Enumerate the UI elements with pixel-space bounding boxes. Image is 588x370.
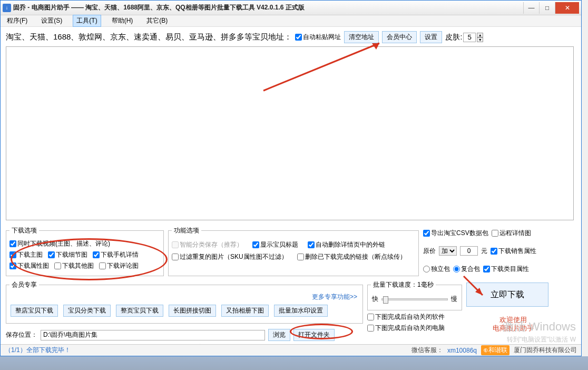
btn-youpai[interactable]: 又拍相册下图	[221, 305, 269, 317]
windows-watermark2: 转到"电脑设置"以激活 W	[507, 335, 576, 344]
menu-other[interactable]: 其它(B)	[143, 15, 171, 26]
chk-mobile[interactable]: 下载手机详情	[93, 250, 139, 259]
skin-up[interactable]: ▲	[477, 33, 483, 37]
chk-other[interactable]: 下载其他图	[54, 261, 94, 270]
chk-attr[interactable]: 下载属性图	[9, 261, 49, 270]
menu-settings[interactable]: 设置(S)	[38, 15, 65, 26]
function-options-group: 功能选项 智能分类保存（推荐） 显示宝贝标题 自动删除详情页中的外链 过滤重复的…	[168, 226, 419, 276]
chk-detail[interactable]: 下载细节图	[48, 250, 87, 259]
wechat-label: 微信客服：	[411, 346, 443, 355]
btn-whole-page[interactable]: 整页宝贝下载	[116, 305, 163, 317]
app-icon: ↓	[3, 4, 11, 12]
btn-whole-shop[interactable]: 整店宝贝下载	[11, 305, 58, 317]
chk-cat-attr[interactable]: 下载类目属性	[483, 265, 529, 274]
chk-remote[interactable]: 远程详情图	[492, 229, 531, 238]
browse-button[interactable]: 浏览	[268, 329, 290, 341]
window-title: 固乔 - 电商图片助手 —— 淘宝、天猫、1688阿里、京东、QQ相册等图片批量…	[13, 3, 523, 12]
speed-fast: 快	[372, 295, 378, 304]
price-op-select[interactable]: 加	[439, 246, 457, 256]
chk-close-pc[interactable]: 下图完成后自动关闭电脑	[367, 324, 462, 333]
menu-help[interactable]: 帮助(H)	[109, 15, 136, 26]
minimize-button[interactable]: —	[523, 2, 539, 14]
corp-name: 厦门固乔科技有限公司	[514, 346, 577, 355]
auto-paste-checkbox[interactable]: 自动粘贴网址	[295, 33, 341, 42]
chk-title[interactable]: 显示宝贝标题	[252, 240, 298, 249]
price-input[interactable]	[460, 246, 478, 256]
chk-close-soft[interactable]: 下图完成后自动关闭软件	[367, 313, 462, 322]
menu-program[interactable]: 程序(F)	[4, 15, 31, 26]
url-textarea[interactable]	[6, 46, 574, 220]
chk-comment[interactable]: 下载评论图	[99, 261, 139, 270]
maximize-button[interactable]: □	[539, 2, 555, 14]
member-group: 会员专享 更多专享功能>> 整店宝贝下载 宝贝分类下载 整页宝贝下载 长图拼接切…	[6, 280, 363, 324]
menu-tools[interactable]: 工具(T)	[73, 15, 101, 27]
url-prompt: 淘宝、天猫、1688、敦煌网、京东、速卖通、易贝、亚马逊、拼多多等宝贝地址：	[6, 32, 292, 42]
member-center-button[interactable]: 会员中心	[382, 31, 417, 43]
save-label: 保存位置：	[6, 330, 37, 339]
price-label: 原价	[423, 247, 436, 256]
chk-main[interactable]: 下载主图	[9, 250, 43, 259]
more-link[interactable]: 更多专享功能>>	[9, 291, 359, 301]
speed-slow: 慢	[451, 295, 457, 304]
settings-button[interactable]: 设置	[420, 31, 442, 43]
close-button[interactable]: ✕	[555, 2, 579, 14]
open-folder-button[interactable]: 打开文件夹	[293, 329, 335, 341]
taskbar	[0, 356, 588, 370]
chk-autodel[interactable]: 自动删除详情页中的外链	[308, 240, 385, 249]
chk-delcache[interactable]: 删除已下载完成的链接（断点续传）	[297, 252, 406, 261]
radio-combo[interactable]: 复合包	[453, 265, 480, 274]
chk-sale-attr[interactable]: 下载销售属性	[491, 247, 536, 256]
chk-smart[interactable]: 智能分类保存（推荐）	[172, 240, 243, 249]
statusbar: （1/1）全部下载完毕！ 微信客服： xm10086q ⊕和谐联 厦门固乔科技有…	[1, 344, 581, 356]
skin-label: 皮肤:	[445, 33, 462, 42]
btn-watermark[interactable]: 批量加水印设置	[274, 305, 328, 317]
wechat-id[interactable]: xm10086q	[447, 347, 477, 354]
status-progress: （1/1）全部下载完毕！	[5, 346, 71, 355]
menubar: 程序(F) 设置(S) 工具(T) 帮助(H) 其它(B)	[1, 15, 581, 27]
radio-single[interactable]: 独立包	[423, 265, 450, 274]
chk-filter[interactable]: 过滤重复的图片（SKU属性图不过滤）	[172, 252, 288, 261]
skin-down[interactable]: ▼	[477, 37, 483, 42]
chk-video[interactable]: 同时下载视频(主图、描述、评论)	[9, 239, 110, 248]
btn-longimg[interactable]: 长图拼接切图	[169, 305, 216, 317]
download-options-group: 下载选项 同时下载视频(主图、描述、评论) 下载主图 下载细节图 下载手机详情 …	[6, 226, 164, 276]
chk-csv[interactable]: 导出淘宝CSV数据包	[423, 229, 488, 238]
skin-input[interactable]	[463, 33, 476, 42]
right-options: 导出淘宝CSV数据包 远程详情图 原价 加 元 下载销售属性 独立包 复合包 下…	[423, 226, 573, 276]
save-path-input[interactable]	[41, 330, 265, 340]
windows-watermark: 激活 Windows	[503, 319, 576, 335]
clear-url-button[interactable]: 清空地址	[344, 31, 379, 43]
download-now-button[interactable]: 立即下载	[466, 283, 548, 307]
union-badge: ⊕和谐联	[481, 345, 509, 355]
btn-category[interactable]: 宝贝分类下载	[63, 305, 111, 317]
speed-slider[interactable]	[381, 298, 448, 300]
titlebar: ↓ 固乔 - 电商图片助手 —— 淘宝、天猫、1688阿里、京东、QQ相册等图片…	[1, 1, 581, 15]
speed-group: 批量下载速度：1毫秒 快 慢	[367, 280, 462, 310]
price-unit: 元	[481, 247, 487, 256]
